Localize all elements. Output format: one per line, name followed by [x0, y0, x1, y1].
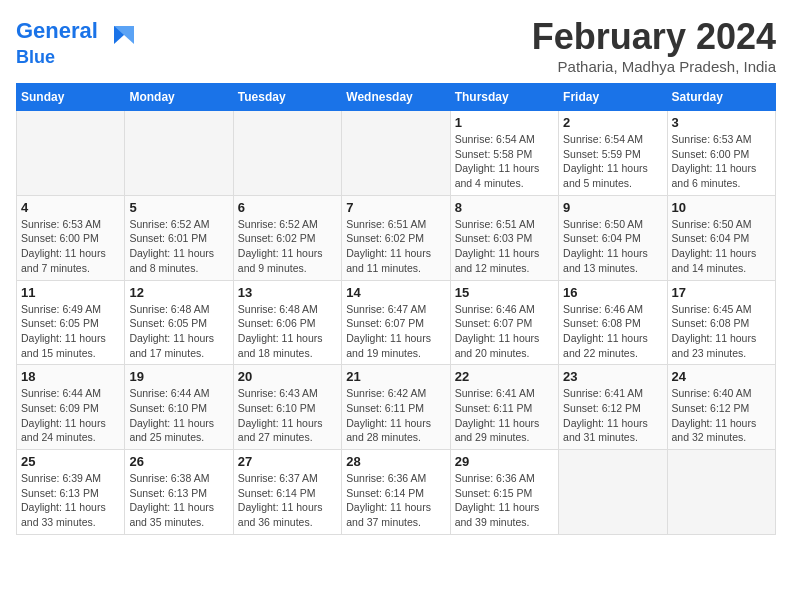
- weekday-header: Sunday: [17, 84, 125, 111]
- day-number: 8: [455, 200, 554, 215]
- day-number: 24: [672, 369, 771, 384]
- calendar-cell: 25 Sunrise: 6:39 AMSunset: 6:13 PMDaylig…: [17, 450, 125, 535]
- day-number: 17: [672, 285, 771, 300]
- day-detail: Sunrise: 6:36 AMSunset: 6:14 PMDaylight:…: [346, 471, 445, 530]
- day-detail: Sunrise: 6:40 AMSunset: 6:12 PMDaylight:…: [672, 386, 771, 445]
- day-detail: Sunrise: 6:38 AMSunset: 6:13 PMDaylight:…: [129, 471, 228, 530]
- day-number: 22: [455, 369, 554, 384]
- calendar-cell: 3 Sunrise: 6:53 AMSunset: 6:00 PMDayligh…: [667, 111, 775, 196]
- calendar-cell: 23 Sunrise: 6:41 AMSunset: 6:12 PMDaylig…: [559, 365, 667, 450]
- calendar-cell: 2 Sunrise: 6:54 AMSunset: 5:59 PMDayligh…: [559, 111, 667, 196]
- calendar-cell: 11 Sunrise: 6:49 AMSunset: 6:05 PMDaylig…: [17, 280, 125, 365]
- calendar-cell: [559, 450, 667, 535]
- calendar-cell: 13 Sunrise: 6:48 AMSunset: 6:06 PMDaylig…: [233, 280, 341, 365]
- day-number: 25: [21, 454, 120, 469]
- day-detail: Sunrise: 6:54 AMSunset: 5:59 PMDaylight:…: [563, 132, 662, 191]
- day-detail: Sunrise: 6:50 AMSunset: 6:04 PMDaylight:…: [672, 217, 771, 276]
- day-detail: Sunrise: 6:43 AMSunset: 6:10 PMDaylight:…: [238, 386, 337, 445]
- day-number: 28: [346, 454, 445, 469]
- location: Patharia, Madhya Pradesh, India: [532, 58, 776, 75]
- calendar-week-row: 1 Sunrise: 6:54 AMSunset: 5:58 PMDayligh…: [17, 111, 776, 196]
- calendar-cell: 28 Sunrise: 6:36 AMSunset: 6:14 PMDaylig…: [342, 450, 450, 535]
- calendar-cell: 10 Sunrise: 6:50 AMSunset: 6:04 PMDaylig…: [667, 195, 775, 280]
- month-year: February 2024: [532, 16, 776, 58]
- day-number: 12: [129, 285, 228, 300]
- calendar-cell: 27 Sunrise: 6:37 AMSunset: 6:14 PMDaylig…: [233, 450, 341, 535]
- weekday-header: Friday: [559, 84, 667, 111]
- day-number: 21: [346, 369, 445, 384]
- day-number: 26: [129, 454, 228, 469]
- day-detail: Sunrise: 6:48 AMSunset: 6:06 PMDaylight:…: [238, 302, 337, 361]
- day-number: 15: [455, 285, 554, 300]
- day-number: 1: [455, 115, 554, 130]
- day-detail: Sunrise: 6:36 AMSunset: 6:15 PMDaylight:…: [455, 471, 554, 530]
- title-area: February 2024 Patharia, Madhya Pradesh, …: [532, 16, 776, 75]
- calendar-cell: 22 Sunrise: 6:41 AMSunset: 6:11 PMDaylig…: [450, 365, 558, 450]
- calendar-cell: 19 Sunrise: 6:44 AMSunset: 6:10 PMDaylig…: [125, 365, 233, 450]
- day-detail: Sunrise: 6:48 AMSunset: 6:05 PMDaylight:…: [129, 302, 228, 361]
- day-detail: Sunrise: 6:46 AMSunset: 6:08 PMDaylight:…: [563, 302, 662, 361]
- weekday-header: Monday: [125, 84, 233, 111]
- calendar-cell: 7 Sunrise: 6:51 AMSunset: 6:02 PMDayligh…: [342, 195, 450, 280]
- calendar-cell: 5 Sunrise: 6:52 AMSunset: 6:01 PMDayligh…: [125, 195, 233, 280]
- logo-subtext: Blue: [16, 48, 138, 68]
- day-number: 2: [563, 115, 662, 130]
- logo-text: General: [16, 16, 138, 48]
- day-detail: Sunrise: 6:51 AMSunset: 6:03 PMDaylight:…: [455, 217, 554, 276]
- day-number: 20: [238, 369, 337, 384]
- calendar-cell: 21 Sunrise: 6:42 AMSunset: 6:11 PMDaylig…: [342, 365, 450, 450]
- day-number: 29: [455, 454, 554, 469]
- calendar-week-row: 11 Sunrise: 6:49 AMSunset: 6:05 PMDaylig…: [17, 280, 776, 365]
- day-number: 4: [21, 200, 120, 215]
- day-number: 6: [238, 200, 337, 215]
- day-detail: Sunrise: 6:49 AMSunset: 6:05 PMDaylight:…: [21, 302, 120, 361]
- calendar-cell: [667, 450, 775, 535]
- day-number: 19: [129, 369, 228, 384]
- day-detail: Sunrise: 6:45 AMSunset: 6:08 PMDaylight:…: [672, 302, 771, 361]
- day-detail: Sunrise: 6:51 AMSunset: 6:02 PMDaylight:…: [346, 217, 445, 276]
- day-detail: Sunrise: 6:52 AMSunset: 6:02 PMDaylight:…: [238, 217, 337, 276]
- calendar-cell: 6 Sunrise: 6:52 AMSunset: 6:02 PMDayligh…: [233, 195, 341, 280]
- calendar-week-row: 18 Sunrise: 6:44 AMSunset: 6:09 PMDaylig…: [17, 365, 776, 450]
- day-detail: Sunrise: 6:46 AMSunset: 6:07 PMDaylight:…: [455, 302, 554, 361]
- day-number: 16: [563, 285, 662, 300]
- calendar-week-row: 25 Sunrise: 6:39 AMSunset: 6:13 PMDaylig…: [17, 450, 776, 535]
- day-detail: Sunrise: 6:54 AMSunset: 5:58 PMDaylight:…: [455, 132, 554, 191]
- calendar-week-row: 4 Sunrise: 6:53 AMSunset: 6:00 PMDayligh…: [17, 195, 776, 280]
- calendar-cell: 16 Sunrise: 6:46 AMSunset: 6:08 PMDaylig…: [559, 280, 667, 365]
- day-number: 11: [21, 285, 120, 300]
- day-number: 5: [129, 200, 228, 215]
- day-detail: Sunrise: 6:42 AMSunset: 6:11 PMDaylight:…: [346, 386, 445, 445]
- weekday-header: Saturday: [667, 84, 775, 111]
- day-number: 7: [346, 200, 445, 215]
- calendar-cell: 14 Sunrise: 6:47 AMSunset: 6:07 PMDaylig…: [342, 280, 450, 365]
- day-detail: Sunrise: 6:50 AMSunset: 6:04 PMDaylight:…: [563, 217, 662, 276]
- weekday-header: Tuesday: [233, 84, 341, 111]
- day-detail: Sunrise: 6:52 AMSunset: 6:01 PMDaylight:…: [129, 217, 228, 276]
- calendar-table: SundayMondayTuesdayWednesdayThursdayFrid…: [16, 83, 776, 535]
- day-detail: Sunrise: 6:37 AMSunset: 6:14 PMDaylight:…: [238, 471, 337, 530]
- weekday-header: Wednesday: [342, 84, 450, 111]
- day-number: 9: [563, 200, 662, 215]
- calendar-cell: 1 Sunrise: 6:54 AMSunset: 5:58 PMDayligh…: [450, 111, 558, 196]
- calendar-cell: [233, 111, 341, 196]
- day-detail: Sunrise: 6:53 AMSunset: 6:00 PMDaylight:…: [21, 217, 120, 276]
- day-detail: Sunrise: 6:41 AMSunset: 6:12 PMDaylight:…: [563, 386, 662, 445]
- calendar-cell: 9 Sunrise: 6:50 AMSunset: 6:04 PMDayligh…: [559, 195, 667, 280]
- calendar-cell: 20 Sunrise: 6:43 AMSunset: 6:10 PMDaylig…: [233, 365, 341, 450]
- day-number: 18: [21, 369, 120, 384]
- weekday-header: Thursday: [450, 84, 558, 111]
- day-detail: Sunrise: 6:41 AMSunset: 6:11 PMDaylight:…: [455, 386, 554, 445]
- calendar-cell: 15 Sunrise: 6:46 AMSunset: 6:07 PMDaylig…: [450, 280, 558, 365]
- day-number: 23: [563, 369, 662, 384]
- calendar-cell: 18 Sunrise: 6:44 AMSunset: 6:09 PMDaylig…: [17, 365, 125, 450]
- calendar-cell: 12 Sunrise: 6:48 AMSunset: 6:05 PMDaylig…: [125, 280, 233, 365]
- calendar-cell: 4 Sunrise: 6:53 AMSunset: 6:00 PMDayligh…: [17, 195, 125, 280]
- calendar-cell: [342, 111, 450, 196]
- day-detail: Sunrise: 6:44 AMSunset: 6:09 PMDaylight:…: [21, 386, 120, 445]
- weekday-header-row: SundayMondayTuesdayWednesdayThursdayFrid…: [17, 84, 776, 111]
- page-header: General Blue February 2024 Patharia, Mad…: [16, 16, 776, 75]
- day-detail: Sunrise: 6:39 AMSunset: 6:13 PMDaylight:…: [21, 471, 120, 530]
- day-number: 14: [346, 285, 445, 300]
- day-detail: Sunrise: 6:53 AMSunset: 6:00 PMDaylight:…: [672, 132, 771, 191]
